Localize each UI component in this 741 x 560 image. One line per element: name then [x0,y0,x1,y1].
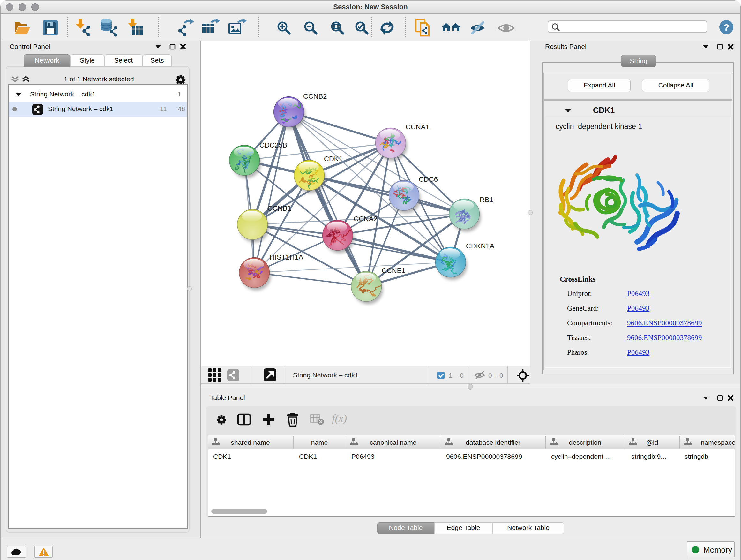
svg-text:CCNA2: CCNA2 [354,215,378,223]
svg-text:CDK1: CDK1 [324,155,343,163]
svg-text:CDC25B: CDC25B [259,141,287,149]
svg-text:CCNE1: CCNE1 [382,266,406,274]
svg-text:CCNA1: CCNA1 [406,123,429,131]
svg-text:CCNB2: CCNB2 [303,92,327,100]
svg-text:CCNB1: CCNB1 [267,204,291,212]
svg-text:HIST1H1A: HIST1H1A [270,253,303,261]
svg-text:CDKN1A: CDKN1A [466,242,495,250]
svg-text:CDC6: CDC6 [419,175,438,183]
svg-text:RB1: RB1 [480,196,493,204]
